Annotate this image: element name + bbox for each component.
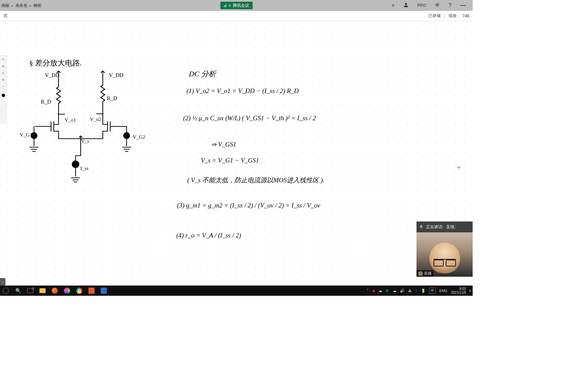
hw-eq3: (3) g_m1 = g_m2 = (I_ss / 2) / (V_ov / 2… (177, 202, 320, 209)
record-dot-icon (228, 4, 231, 7)
hw-dc-title: DC 分析 (189, 69, 216, 79)
chevron-left-icon: ‹ (2, 280, 3, 284)
search-icon[interactable]: 🔍 (14, 287, 22, 294)
breadcrumb-root[interactable]: 画板 (1, 3, 10, 9)
gear-icon[interactable] (435, 2, 440, 9)
speaking-label: 正在讲话: (426, 224, 443, 230)
tool-handle-icon: ≡ (2, 58, 4, 61)
svg-rect-7 (421, 225, 422, 227)
tray-guard-icon[interactable]: ⛨ (386, 289, 389, 293)
taskbar: 🔍 ˄ ◆ ☁ ⛨ ☁ 🔊 🖧 ᚼ 🔋 中 ENG 8:03 2021/11/9… (0, 286, 473, 296)
hw-vg2: V_G2 (133, 134, 145, 140)
hw-eq1: (1) V_o2 = V_o1 = V_DD − (I_ss / 2) R_D (186, 87, 299, 95)
saved-status: 已存储 (428, 13, 441, 19)
clock-time: 8:03 (451, 287, 466, 291)
hw-title: § 差分放大电路. (29, 58, 82, 68)
breadcrumb: 画板 ▸ 未命名 ▸ 钢笔 (0, 3, 42, 9)
hw-vo1: V_o1 (65, 117, 76, 123)
tool-item[interactable]: ~ (2, 85, 4, 88)
add-icon[interactable]: + (392, 2, 395, 9)
webcam-nametag: 👤 吴强 (416, 270, 434, 277)
svg-point-0 (405, 3, 407, 5)
tool-item[interactable]: ts (2, 64, 4, 68)
divider: | (444, 14, 445, 18)
chevron-right-icon: ▸ (12, 4, 13, 7)
help-icon[interactable]: ? (448, 2, 452, 9)
hw-vdd-right: V_DD (109, 72, 124, 78)
whiteboard-canvas[interactable]: ≡ ts 0 % ~ ‹ § 差分放大电路. V_DD V_DD R_D R_D… (0, 21, 473, 286)
chrome-icon[interactable] (76, 287, 83, 294)
hw-rd-left: R_D (41, 99, 51, 105)
svg-point-1 (437, 4, 438, 5)
chevron-right-icon: ▸ (30, 4, 31, 7)
start-button[interactable] (2, 287, 10, 294)
webcam-name: 吴强 (424, 271, 431, 276)
app-orange-icon[interactable] (88, 287, 95, 294)
tray-cloud-icon[interactable]: ☁ (378, 289, 382, 293)
window-titlebar: 画板 ▸ 未命名 ▸ 钢笔 腾讯会议 + PRO ? — (0, 0, 473, 11)
minimize-icon[interactable]: — (460, 2, 466, 9)
left-tool-panel[interactable]: ≡ ts 0 % ~ (0, 55, 7, 123)
hw-eq2a: (2) ½ μ_n C_ox (W/L) ( V_GS1 − V_th )² =… (183, 114, 316, 122)
speaking-name: 吴强; (446, 224, 455, 230)
clock-date: 2021/11/9 (451, 291, 466, 294)
tray-volume-icon[interactable]: 🔊 (400, 289, 405, 293)
clock[interactable]: 8:03 2021/11/9 (451, 287, 466, 294)
toolbar: 式 已存储 | 缩放 : 749 (0, 11, 473, 21)
keyboard-lang[interactable]: ENG (439, 289, 447, 293)
collapse-panel-button[interactable]: ‹ (0, 278, 5, 286)
meeting-indicator[interactable]: 腾讯会议 (220, 2, 252, 9)
top-right-actions: + PRO ? — (392, 2, 473, 9)
color-app-icon[interactable] (63, 287, 71, 294)
zoom-value[interactable]: 749 (462, 14, 469, 18)
ime-lang[interactable]: 中 (429, 288, 436, 294)
tray-bluetooth-icon[interactable]: ᚼ (415, 289, 418, 293)
hw-vs: V_s (81, 138, 89, 144)
tool-item[interactable]: % (2, 78, 4, 81)
file-explorer-icon[interactable] (39, 287, 46, 294)
hw-eq2d: ( V_s 不能太低，防止电流源以MOS进入线性区 ). (187, 176, 324, 185)
mic-icon (419, 225, 423, 230)
breadcrumb-mid[interactable]: 未命名 (15, 3, 28, 9)
hw-rd-right: R_D (107, 95, 117, 102)
speaking-now-bar: 正在讲话: 吴强; (416, 221, 473, 232)
tray-app-icon[interactable]: ◆ (372, 289, 375, 293)
system-tray: ˄ ◆ ☁ ⛨ ☁ 🔊 🖧 ᚼ 🔋 中 ENG 8:03 2021/11/9 I (367, 287, 471, 294)
hw-vdd-left: V_DD (45, 72, 60, 78)
task-view-icon[interactable] (27, 287, 34, 294)
notification-icon[interactable]: I (469, 288, 471, 293)
cursor-crosshair-icon (457, 166, 461, 170)
hw-vo2: V_o2 (90, 117, 101, 122)
tray-onedrive-icon[interactable]: ☁ (393, 289, 396, 293)
hw-eq2b: ⇒ V_GS1 (211, 140, 236, 148)
hw-eq4: (4) r_o = V_A / (I_ss / 2) (176, 232, 241, 239)
hw-eq2c: V_s = V_G1 − V_GS1 (201, 157, 259, 164)
tray-net-icon[interactable]: 🖧 (408, 289, 412, 293)
tray-battery-icon[interactable]: 🔋 (421, 289, 426, 293)
signal-icon (224, 4, 226, 7)
meeting-label: 腾讯会议 (233, 3, 249, 9)
mode-label[interactable]: 式 (3, 13, 7, 19)
tray-up-icon[interactable]: ˄ (367, 289, 369, 293)
user-badge-icon: 👤 (419, 272, 423, 276)
zoom-label: 缩放 : (448, 13, 459, 19)
hw-iss: I_ss (80, 166, 88, 171)
tool-item[interactable]: 0 (2, 71, 4, 75)
meeting-app-icon[interactable] (100, 287, 108, 294)
user-icon[interactable] (404, 2, 408, 9)
hw-vg1: V_G1 (20, 132, 32, 138)
color-dot-icon[interactable] (2, 94, 5, 97)
breadcrumb-leaf[interactable]: 钢笔 (33, 3, 42, 9)
pro-label[interactable]: PRO (417, 3, 426, 8)
firefox-icon[interactable] (51, 287, 59, 294)
webcam-thumbnail[interactable]: 👤 吴强 (416, 232, 473, 277)
